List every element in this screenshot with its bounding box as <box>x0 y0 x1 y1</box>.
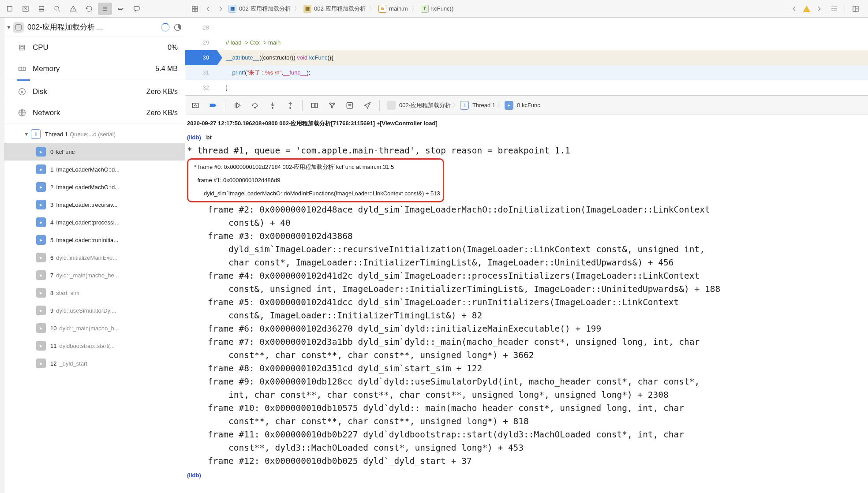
svg-rect-23 <box>315 103 318 108</box>
stack-frame-row[interactable]: ▸8start_sim <box>4 284 185 302</box>
crumb-label[interactable]: 002-应用程加载分析 <box>399 101 451 109</box>
frame-icon: ▸ <box>505 101 513 110</box>
pie-icon[interactable] <box>173 23 182 32</box>
process-row[interactable]: ▼ 002-应用程加载分析 ... <box>4 18 185 37</box>
chevron-right-icon: 〉 <box>411 5 418 13</box>
disk-icon <box>17 86 27 97</box>
crumb-label[interactable]: Thread 1 <box>472 102 495 108</box>
code-body[interactable]: // load -> Cxx -> main__attribute__((con… <box>217 18 868 95</box>
frame-icon: ▸ <box>36 288 46 298</box>
debug-breadcrumbs: 002-应用程加载分析 〉 ⦀Thread 1 〉 ▸0 kcFunc <box>387 101 540 110</box>
step-over-icon[interactable] <box>247 99 262 112</box>
process-title: 002-应用程加载分析 ... <box>27 22 158 32</box>
prev-issue-button[interactable] <box>788 3 801 15</box>
step-into-icon[interactable] <box>265 99 280 112</box>
frame-label: dyldbootstrap::start(... <box>59 343 115 349</box>
disclosure-icon[interactable]: ▼ <box>24 131 31 137</box>
crumb-symbol[interactable]: fkcFunc() <box>419 5 456 13</box>
add-editor-icon[interactable] <box>849 3 863 15</box>
svg-rect-18 <box>192 103 198 108</box>
crumb-folder[interactable]: ▦002-应用程加载分析 <box>302 5 367 13</box>
forward-button[interactable] <box>214 3 227 15</box>
thread-row[interactable]: ▼ ⦀ Thread 1 Queue:...d (serial) <box>4 125 185 143</box>
stack-frame-row[interactable]: ▸0kcFunc <box>4 143 185 161</box>
lldb-console[interactable]: 2020-09-27 12:17:50.196208+0800 002-应用程加… <box>185 115 868 493</box>
stack-icon[interactable] <box>34 3 49 15</box>
crumb-label[interactable]: 0 kcFunc <box>517 102 540 108</box>
frame-icon: ▸ <box>36 164 46 174</box>
environment-icon[interactable] <box>342 99 357 112</box>
stack-frame-row[interactable]: ▸2ImageLoaderMachO::d... <box>4 178 185 196</box>
tag-icon[interactable] <box>114 3 128 15</box>
frame-index: 5 <box>50 237 53 243</box>
debug-bar: 002-应用程加载分析 〉 ⦀Thread 1 〉 ▸0 kcFunc <box>185 96 868 115</box>
view-debugger-icon[interactable] <box>307 99 322 112</box>
stack-frame-row[interactable]: ▸11dyldbootstrap::start(... <box>4 337 185 355</box>
stack-frame-row[interactable]: ▸1ImageLoaderMachO::d... <box>4 161 185 178</box>
warning-badge-icon[interactable] <box>802 4 811 13</box>
frame-label: start_sim <box>56 290 79 296</box>
frame-label: _dyld_start <box>59 360 87 367</box>
x-box-icon[interactable] <box>19 3 33 15</box>
search-icon[interactable] <box>50 3 64 15</box>
stack-frame-row[interactable]: ▸12_dyld_start <box>4 355 185 372</box>
location-icon[interactable] <box>360 99 375 112</box>
frame-index: 4 <box>50 219 53 226</box>
code-editor[interactable]: 2829303132 // load -> Cxx -> main__attri… <box>185 18 868 96</box>
stack-frame-row[interactable]: ▸10dyld::_main(macho_h... <box>4 319 185 337</box>
frame-icon: ▸ <box>36 359 46 368</box>
next-issue-button[interactable] <box>813 3 825 15</box>
metric-memory[interactable]: Memory5.4 MB <box>4 58 185 79</box>
stack-frame-row[interactable]: ▸6dyld::initializeMainExe... <box>4 249 185 266</box>
stack-frame-row[interactable]: ▸9dyld::useSimulatorDyl... <box>4 302 185 319</box>
square-icon[interactable] <box>3 3 17 15</box>
step-out-icon[interactable] <box>283 99 298 112</box>
memory-graph-icon[interactable] <box>325 99 340 112</box>
frame-index: 9 <box>50 307 53 314</box>
stack-frame-row[interactable]: ▸3ImageLoader::recursiv... <box>4 196 185 213</box>
frame-label: dyld::useSimulatorDyl... <box>56 307 116 314</box>
metric-disk[interactable]: DiskZero KB/s <box>4 81 185 102</box>
app-icon <box>13 22 24 33</box>
network-icon <box>17 108 27 118</box>
crumb-label: main.m <box>389 5 408 12</box>
hide-debug-icon[interactable] <box>188 99 203 112</box>
metric-label: Disk <box>33 87 146 96</box>
svg-rect-9 <box>195 9 198 11</box>
svg-rect-2 <box>39 6 44 8</box>
frame-icon: ▸ <box>36 270 46 280</box>
metric-value: 5.4 MB <box>155 65 178 73</box>
frame-icon: ▸ <box>36 217 46 227</box>
refresh-icon[interactable] <box>82 3 96 15</box>
chevron-right-icon: 〉 <box>293 5 301 13</box>
crumb-project[interactable]: ▦002-应用程加载分析 <box>227 5 292 13</box>
related-items-icon[interactable] <box>188 3 202 15</box>
crumb-file[interactable]: mmain.m <box>377 5 410 13</box>
metric-cpu[interactable]: CPU0% <box>4 37 185 58</box>
frame-icon: ▸ <box>36 200 46 209</box>
metric-value: 0% <box>168 44 178 52</box>
warning-icon[interactable] <box>66 3 80 15</box>
disclosure-icon[interactable]: ▼ <box>6 24 11 30</box>
list-icon[interactable] <box>98 3 112 15</box>
stack-frame-row[interactable]: ▸4ImageLoader::processI... <box>4 213 185 231</box>
editor-toolbar: ▦002-应用程加载分析 〉 ▦002-应用程加载分析 〉 mmain.m 〉 … <box>185 0 868 17</box>
frame-index: 6 <box>50 254 53 261</box>
svg-rect-12 <box>20 45 25 50</box>
breakpoints-icon[interactable] <box>206 99 221 112</box>
outline-icon[interactable] <box>827 3 841 15</box>
frame-label: ImageLoader::runInitia... <box>56 237 118 243</box>
metric-value: Zero KB/s <box>146 88 178 96</box>
svg-rect-7 <box>195 6 198 8</box>
frame-label: dyld::_main(macho_h... <box>59 325 119 332</box>
metric-network[interactable]: NetworkZero KB/s <box>4 102 185 123</box>
back-button[interactable] <box>202 3 214 15</box>
continue-icon[interactable] <box>230 99 245 112</box>
chat-icon[interactable] <box>130 3 144 15</box>
frame-index: 8 <box>50 290 53 296</box>
stack-frame-row[interactable]: ▸7dyld::_main(macho_he... <box>4 266 185 284</box>
stack-frame-row[interactable]: ▸5ImageLoader::runInitia... <box>4 231 185 249</box>
crumb-label: 002-应用程加载分析 <box>314 5 366 13</box>
frame-label: ImageLoaderMachO::d... <box>56 166 120 173</box>
frame-icon: ▸ <box>36 341 46 351</box>
